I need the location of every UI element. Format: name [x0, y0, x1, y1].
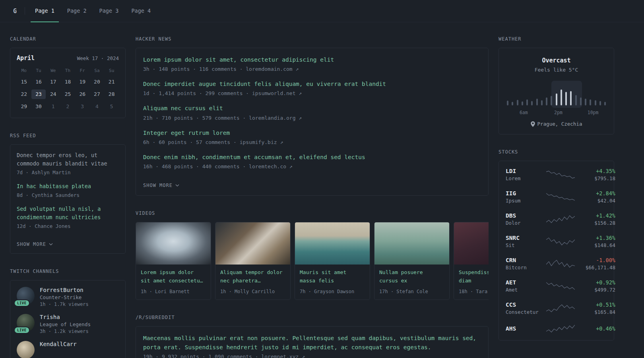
- stock-name: Lorem: [506, 175, 542, 181]
- hn-item-source-link[interactable]: ipsumworld.net ↗: [252, 90, 302, 96]
- video-title[interactable]: Lorem ipsum dolor sit amet consectetu…: [141, 268, 206, 285]
- stock-row[interactable]: CCS Consectetur +0.51% $165.84: [499, 297, 614, 319]
- map-pin-icon: [531, 121, 535, 127]
- page-tab[interactable]: Page 4: [127, 0, 155, 22]
- avatar-wrap: LIVE: [17, 314, 35, 332]
- hn-item-title[interactable]: Donec imperdiet augue tincidunt felis al…: [143, 80, 481, 89]
- show-more-label: SHOW MORE: [17, 241, 46, 247]
- video-meta: 1h · Molly Carrillo: [220, 289, 285, 294]
- calendar-month: April: [17, 54, 35, 62]
- stock-name: Bitcorn: [506, 265, 542, 270]
- stock-row[interactable]: SNRC Sit +1.36% $148.64: [499, 230, 614, 253]
- subreddit-post-source-link[interactable]: loremnet.xyz ↗: [261, 354, 305, 358]
- calendar-day: 27: [90, 90, 105, 99]
- stock-row[interactable]: AHS +0.46%: [499, 319, 614, 338]
- stock-row[interactable]: CRN Bitcorn -1.00% $66,171.48: [499, 253, 614, 275]
- hn-item-title[interactable]: Lorem ipsum dolor sit amet, consectetur …: [143, 55, 481, 64]
- video-title[interactable]: Mauris sit amet massa felis: [300, 268, 365, 285]
- weather-bar: [512, 102, 513, 105]
- stock-row[interactable]: AET Amet +0.92% $499.72: [499, 275, 614, 297]
- twitch-section: TWITCH CHANNELS LIVE ForrestBurton Count…: [10, 268, 126, 358]
- stock-identity: CRN Bitcorn: [506, 257, 542, 270]
- stock-price: $156.28: [579, 220, 615, 226]
- weather-time-label: 2pm: [554, 110, 563, 115]
- rss-item: In hac habitasse platea 8d · Cynthia Sau…: [17, 182, 119, 198]
- weather-bar: [522, 101, 523, 105]
- video-thumbnail[interactable]: [454, 222, 489, 265]
- page-tab[interactable]: Page 3: [95, 0, 123, 22]
- stock-identity: DBS Dolor: [506, 212, 542, 226]
- top-bar: G Page 1 Page 2 Page 3 Page 4: [0, 0, 644, 22]
- stock-price: $165.84: [579, 309, 615, 315]
- stock-identity: AHS: [506, 325, 542, 332]
- weather-bar: [604, 102, 606, 105]
- weather-bar: [570, 91, 572, 105]
- avatar: [17, 341, 35, 358]
- weather-bar: [590, 99, 591, 105]
- hn-show-more-button[interactable]: SHOW MORE: [143, 183, 179, 188]
- calendar-section: CALENDAR April Week 17 · 2024 Mo Tu We T…: [10, 36, 126, 118]
- stock-name: Dolor: [506, 220, 542, 226]
- dashboard: CALENDAR April Week 17 · 2024 Mo Tu We T…: [0, 22, 644, 358]
- stock-ticker: SNRC: [506, 235, 542, 241]
- hn-item-source-link[interactable]: loremlandia.org ↗: [249, 115, 302, 121]
- video-thumbnail[interactable]: [295, 222, 370, 265]
- video-thumbnail[interactable]: [136, 222, 211, 265]
- hn-item-source-link[interactable]: ipsumify.biz ↗: [240, 139, 283, 145]
- hn-item-title[interactable]: Donec enim nibh, condimentum et accumsan…: [143, 153, 481, 162]
- hn-item-source-link[interactable]: loremdomain.com ↗: [246, 66, 299, 72]
- rss-section: RSS FEED Donec tempor eros leo, ut commo…: [10, 133, 126, 254]
- hn-item-title[interactable]: Aliquam nec cursus elit: [143, 104, 481, 113]
- twitch-channel-row[interactable]: KendallCarr: [17, 341, 119, 358]
- weather-bar: [551, 96, 552, 105]
- stock-ticker: CRN: [506, 257, 542, 263]
- video-card: Lorem ipsum dolor sit amet consectetu… 1…: [136, 222, 211, 300]
- hackernews-widget: Lorem ipsum dolor sit amet, consectetur …: [136, 48, 489, 196]
- twitch-channel-row[interactable]: LIVE ForrestBurton Counter-Strike 1h · 1…: [17, 287, 119, 307]
- rss-item-title[interactable]: Sed volutpat nulla nisl, a condimentum n…: [17, 205, 119, 222]
- videos-row: Lorem ipsum dolor sit amet consectetu… 1…: [136, 222, 489, 300]
- stock-change: +0.51%: [579, 302, 615, 308]
- stock-change: +1.42%: [579, 212, 615, 219]
- rss-show-more-button[interactable]: SHOW MORE: [17, 241, 53, 247]
- video-meta: 18h · Tara: [459, 289, 489, 294]
- hackernews-section: HACKER NEWS Lorem ipsum dolor sit amet, …: [136, 36, 489, 196]
- subreddit-post-title[interactable]: Maecenas mollis pulvinar erat non posuer…: [143, 334, 481, 352]
- stock-row[interactable]: DBS Dolor +1.42% $156.28: [499, 208, 614, 230]
- rss-item: Donec tempor eros leo, ut commodo mauris…: [17, 151, 119, 175]
- video-card: Nullam posuere cursus ex 17h · Stefan Co…: [374, 222, 450, 300]
- videos-section-title: VIDEOS: [136, 210, 489, 216]
- stock-row[interactable]: LDI Lorem +4.35% $795.18: [499, 163, 614, 186]
- stock-name: Amet: [506, 287, 542, 293]
- video-body: Aliquam tempor dolor nec pharetra… 1h · …: [215, 265, 290, 300]
- video-title[interactable]: Suspendisse diam: [459, 268, 489, 285]
- video-card: Mauris sit amet massa felis 7h · Grayson…: [295, 222, 370, 300]
- video-title[interactable]: Aliquam tempor dolor nec pharetra…: [220, 268, 285, 285]
- hn-item-title[interactable]: Integer eget rutrum lorem: [143, 128, 481, 138]
- video-thumbnail[interactable]: [374, 222, 449, 265]
- stock-row[interactable]: IIG Ipsum +2.84% $42.04: [499, 186, 614, 208]
- rss-item: Sed volutpat nulla nisl, a condimentum n…: [17, 205, 119, 229]
- page-tab[interactable]: Page 1: [31, 0, 59, 22]
- channel-info: Trisha League of Legends 3h · 1.2k viewe…: [40, 314, 91, 334]
- video-thumbnail[interactable]: [215, 222, 290, 265]
- rss-item-title[interactable]: In hac habitasse platea: [17, 182, 119, 191]
- hn-item-source-link[interactable]: loremtech.co ↗: [249, 163, 293, 169]
- calendar-widget: April Week 17 · 2024 Mo Tu We Th Fr: [10, 48, 126, 118]
- weather-bar: [541, 100, 543, 105]
- channel-info: KendallCarr: [40, 341, 77, 347]
- video-body: Suspendisse diam 18h · Tara: [454, 265, 489, 300]
- calendar-day: 16: [31, 77, 46, 87]
- calendar-day: 23: [31, 90, 46, 99]
- rss-item-title[interactable]: Donec tempor eros leo, ut commodo mauris…: [17, 151, 119, 168]
- weather-bar: [595, 100, 596, 105]
- stock-sparkline: [546, 192, 575, 202]
- stock-values: +0.46%: [579, 325, 615, 332]
- show-more-label: SHOW MORE: [143, 183, 173, 188]
- twitch-channel-row[interactable]: LIVE Trisha League of Legends 3h · 1.2k …: [17, 314, 119, 334]
- hn-item-stats: 6h · 60 points · 57 comments ·: [143, 139, 237, 145]
- chevron-down-icon: [49, 243, 53, 245]
- page-tab[interactable]: Page 2: [63, 0, 91, 22]
- video-meta: 1h · Lori Barnett: [141, 289, 206, 294]
- video-title[interactable]: Nullam posuere cursus ex: [379, 268, 444, 285]
